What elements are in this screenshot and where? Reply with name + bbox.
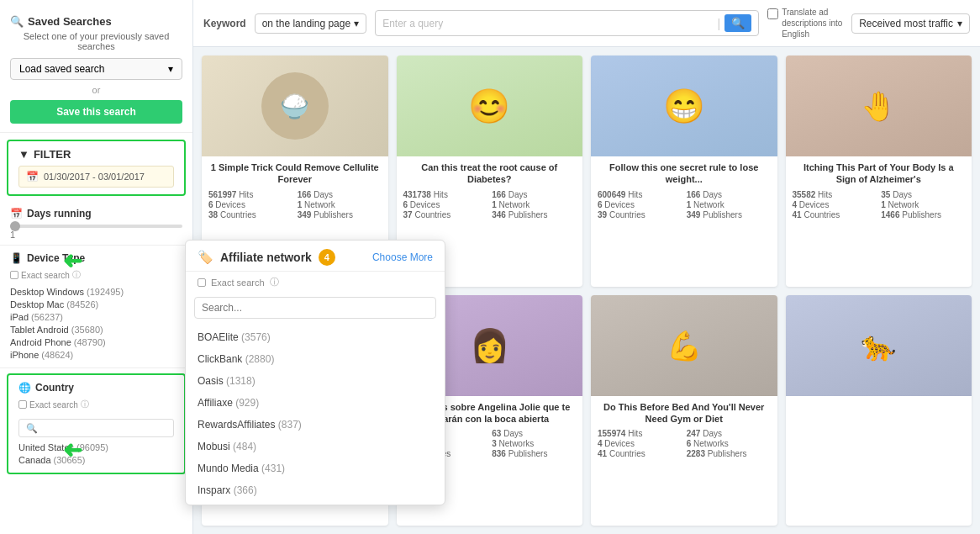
ad-title: Can this treat the root cause of Diabete…	[403, 161, 577, 186]
list-item[interactable]: Tablet Android (35680)	[10, 323, 182, 336]
top-bar: Keyword on the landing page ▾ Enter a qu…	[193, 0, 980, 47]
country-exact-search-label: Exact search ⓘ	[18, 399, 174, 410]
load-saved-search-button[interactable]: Load saved search ▾	[10, 58, 182, 80]
ad-image: 😁	[591, 56, 777, 156]
ad-title: 1 Simple Trick Could Remove Cellulite Fo…	[208, 161, 382, 186]
ad-body: Do This Before Bed And You'll Never Need…	[591, 396, 777, 464]
sidebar: 🔍 Saved Searches Select one of your prev…	[0, 0, 193, 534]
ad-stats: 155974 Hits 247 Days 4 Devices 6 Network…	[598, 429, 771, 458]
list-item[interactable]: Mundo Media (431)	[186, 457, 445, 479]
affiliate-count-badge: 4	[319, 249, 335, 266]
affiliate-exact-label: Exact search	[211, 278, 265, 288]
affiliate-exact-search-row: Exact search ⓘ	[186, 272, 445, 293]
country-list: United States (96095) Canada (30665)	[18, 441, 174, 466]
list-item[interactable]: Mobusi (484)	[186, 436, 445, 457]
filter-icon: ▼	[18, 148, 29, 161]
globe-icon: 🌐	[18, 382, 31, 394]
days-running-title: 📅 Days running	[10, 208, 182, 219]
calendar-icon-small: 📅	[10, 208, 23, 219]
days-running-section: 📅 Days running 1	[0, 201, 192, 246]
list-item[interactable]: iPad (56237)	[10, 310, 182, 323]
device-type-section: 📱 Device Type Exact search ⓘ Desktop Win…	[0, 246, 192, 368]
list-item[interactable]: ClickBank (2880)	[186, 348, 445, 370]
ad-body: 1 Simple Trick Could Remove Cellulite Fo…	[202, 156, 388, 225]
ad-body: Itching This Part of Your Body Is a Sign…	[786, 156, 972, 225]
query-input-wrapper[interactable]: Enter a query | 🔍	[375, 10, 759, 36]
days-running-slider[interactable]	[10, 225, 182, 228]
list-item[interactable]: iPhone (48624)	[10, 348, 182, 361]
affiliate-list: BOAElite (3576) ClickBank (2880) Oasis (…	[186, 323, 445, 505]
saved-searches-title: Saved Searches	[28, 15, 112, 28]
affiliate-dropdown-header: 🏷️ Affiliate network 4 Choose More	[186, 241, 445, 272]
translate-checkbox[interactable]	[767, 8, 778, 19]
list-item[interactable]: Insparx (366)	[186, 479, 445, 501]
translate-checkbox-wrapper: Translate ad descriptions into English	[767, 7, 843, 40]
ad-stats: 561997 Hits 166 Days 6 Devices 1 Network…	[208, 190, 382, 219]
separator-icon: |	[718, 17, 721, 30]
country-exact-search-checkbox[interactable]	[18, 400, 27, 409]
or-separator: or	[10, 85, 182, 95]
ad-stats: 431738 Hits 166 Days 6 Devices 1 Network…	[403, 190, 577, 219]
save-search-button[interactable]: Save this search	[10, 100, 182, 124]
saved-searches-section: 🔍 Saved Searches Select one of your prev…	[0, 8, 192, 133]
ad-stats: 600649 Hits 166 Days 6 Devices 1 Network…	[598, 190, 771, 219]
affiliate-info-icon: ⓘ	[270, 276, 279, 288]
saved-searches-header: 🔍 Saved Searches	[10, 15, 182, 28]
ad-image: 🐆	[786, 295, 972, 396]
list-item[interactable]: Android Phone (48790)	[10, 336, 182, 348]
search-button[interactable]: 🔍	[724, 14, 751, 32]
filter-header: ▼ FILTER	[18, 148, 174, 161]
device-list: Desktop Windows (192495) Desktop Mac (84…	[10, 285, 182, 361]
ad-body: Follow this one secret rule to lose weig…	[591, 156, 777, 225]
ad-stats: 35582 Hits 35 Days 4 Devices 1 Network 4…	[793, 190, 966, 219]
ad-card[interactable]: 😁 Follow this one secret rule to lose we…	[591, 56, 777, 287]
saved-searches-subtitle: Select one of your previously saved sear…	[10, 31, 182, 51]
ad-card[interactable]: 🤚 Itching This Part of Your Body Is a Si…	[786, 56, 972, 287]
ad-image: 🍚	[202, 56, 388, 156]
list-item[interactable]: Desktop Mac (84526)	[10, 298, 182, 310]
ad-title: Follow this one secret rule to lose weig…	[598, 161, 771, 186]
country-search-input[interactable]	[18, 419, 174, 437]
choose-more-link[interactable]: Choose More	[372, 251, 433, 263]
ad-image: 😊	[397, 56, 583, 156]
ad-image: 🤚	[786, 56, 972, 156]
affiliate-exact-checkbox[interactable]	[198, 278, 206, 287]
ad-card[interactable]: 💪 Do This Before Bed And You'll Never Ne…	[591, 295, 777, 526]
ad-card[interactable]: 🐆	[786, 295, 972, 526]
keyword-dropdown[interactable]: on the landing page ▾	[255, 13, 366, 34]
calendar-icon: 📅	[26, 171, 39, 182]
slider-thumb[interactable]	[10, 221, 20, 231]
list-item[interactable]: Affiliaxe (929)	[186, 392, 445, 414]
affiliate-search-row	[186, 293, 445, 323]
affiliate-search-input[interactable]	[194, 297, 436, 319]
affiliate-tag-icon: 🏷️	[198, 250, 213, 265]
list-item[interactable]: RewardsAffiliates (837)	[186, 414, 445, 436]
country-title: 🌐 Country	[18, 382, 174, 394]
ad-image: 💪	[591, 295, 777, 396]
list-item[interactable]: Oasis (1318)	[186, 370, 445, 392]
filter-section: ▼ FILTER 📅 01/30/2017 - 03/01/2017	[7, 140, 186, 196]
affiliate-dropdown-title: Affiliate network	[220, 251, 312, 264]
ad-body	[786, 396, 972, 410]
device-type-title: 📱 Device Type	[10, 252, 182, 264]
ad-body: Can this treat the root cause of Diabete…	[397, 156, 583, 225]
chevron-down-icon: ▾	[168, 63, 173, 75]
info-icon-country: ⓘ	[81, 399, 89, 410]
search-icon: 🔍	[10, 15, 24, 28]
slider-value: 1	[10, 230, 182, 240]
ad-title: Itching This Part of Your Body Is a Sign…	[793, 161, 966, 186]
date-range-value: 01/30/2017 - 03/01/2017	[44, 172, 145, 182]
list-item[interactable]: Desktop Windows (192495)	[10, 285, 182, 298]
list-item[interactable]: BOAElite (3576)	[186, 326, 445, 348]
affiliate-network-dropdown[interactable]: 🏷️ Affiliate network 4 Choose More Exact…	[185, 240, 445, 505]
device-exact-search-checkbox[interactable]	[10, 271, 18, 279]
keyword-label: Keyword	[203, 18, 246, 29]
list-item[interactable]: Canada (30665)	[18, 453, 174, 466]
date-range-display[interactable]: 📅 01/30/2017 - 03/01/2017	[18, 166, 174, 188]
device-icon: 📱	[10, 252, 23, 264]
info-icon: ⓘ	[72, 269, 81, 281]
country-section: 🌐 Country Exact search ⓘ United States (…	[7, 373, 186, 474]
sort-dropdown[interactable]: Received most traffic ▾	[851, 13, 970, 34]
list-item[interactable]: United States (96095)	[18, 441, 174, 453]
ad-title: Do This Before Bed And You'll Never Need…	[598, 401, 771, 426]
